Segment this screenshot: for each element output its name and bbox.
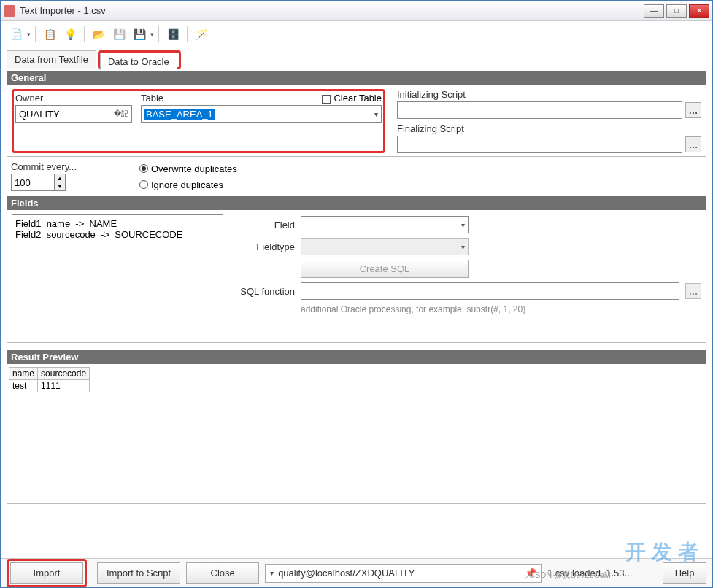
init-script-label: Initializing Script <box>397 89 701 100</box>
close-button[interactable]: Close <box>186 562 259 584</box>
table-combo[interactable]: BASE_AREA_1 ▾ <box>141 105 382 123</box>
import-script-button[interactable]: Import to Script <box>97 562 180 584</box>
save-as-icon[interactable]: 💾 <box>131 26 147 42</box>
init-script-input[interactable] <box>397 101 682 119</box>
table-row: test1111 <box>9 380 90 392</box>
sqlfn-input[interactable] <box>301 282 679 300</box>
pin-icon[interactable]: 📌 <box>525 568 536 579</box>
preview-area: namesourcecode test1111 <box>7 365 706 504</box>
field-combo[interactable]: ▾ <box>301 216 469 233</box>
col-name: name <box>9 368 38 380</box>
field-label: Field <box>231 220 295 231</box>
sqlfn-hint: additional Oracle processing, for exampl… <box>301 304 701 314</box>
final-script-label: Finalizing Script <box>397 123 701 134</box>
final-script-input[interactable] <box>397 136 682 153</box>
col-sourcecode: sourcecode <box>38 368 90 380</box>
app-icon <box>4 5 15 17</box>
create-sql-button: Create SQL <box>301 260 469 278</box>
window-title: Text Importer - 1.csv <box>20 5 644 16</box>
preview-header: Result Preview <box>7 350 706 364</box>
toolbar: 📄▾ 📋 💡 📂 💾 💾▾ 🗄️ 🪄 <box>1 21 712 47</box>
connection-text: quality@localhost/ZXDQUALITY <box>278 568 525 579</box>
init-script-browse-button[interactable]: … <box>685 102 701 118</box>
general-header: General <box>7 71 706 85</box>
ignore-radio[interactable]: Ignore duplicates <box>139 177 237 192</box>
fields-header: Fields <box>7 196 706 210</box>
fieldtype-combo: ▾ <box>301 238 469 255</box>
preview-table: namesourcecode test1111 <box>9 367 90 392</box>
spin-down[interactable]: ▼ <box>55 182 65 190</box>
tab-textfile[interactable]: Data from Textfile <box>7 50 96 69</box>
open-icon[interactable]: 📂 <box>90 26 107 42</box>
new-icon[interactable]: 📄 <box>8 26 24 42</box>
owner-value: QUALITY <box>19 109 60 120</box>
chevron-down-icon: �記 <box>114 109 128 119</box>
bottombar: Import Import to Script Close ▾ quality@… <box>1 558 712 587</box>
save-icon[interactable]: 💾 <box>111 26 127 42</box>
sqlfn-label: SQL function <box>231 286 295 297</box>
titlebar: Text Importer - 1.csv — □ ✕ <box>1 1 712 21</box>
clear-table-checkbox[interactable]: Clear Table <box>322 93 382 104</box>
tab-oracle[interactable]: Data to Oracle <box>100 53 177 70</box>
status-text: 1.csv loaded, 1.53... <box>547 568 657 579</box>
owner-label: Owner <box>15 93 132 104</box>
tabs: Data from Textfile Data to Oracle <box>7 50 706 69</box>
sqlfn-browse-button: … <box>685 283 701 299</box>
chevron-down-icon: ▾ <box>374 110 378 118</box>
table-value: BASE_AREA_1 <box>144 109 215 120</box>
light-icon[interactable]: 💡 <box>62 26 78 42</box>
table-label: Table <box>141 93 163 104</box>
minimize-button[interactable]: — <box>644 4 664 18</box>
close-window-button[interactable]: ✕ <box>689 4 709 18</box>
fieldtype-label: Fieldtype <box>231 241 295 252</box>
commit-label: Commit every... <box>11 161 128 172</box>
spin-up[interactable]: ▲ <box>55 174 65 182</box>
commit-input[interactable]: 100 <box>11 174 55 191</box>
database-icon[interactable]: 🗄️ <box>165 26 181 42</box>
connection-combo[interactable]: ▾ quality@localhost/ZXDQUALITY 📌 <box>265 564 542 583</box>
owner-combo[interactable]: QUALITY �記 <box>15 105 132 123</box>
import-button[interactable]: Import <box>10 562 83 584</box>
paste-icon[interactable]: 📋 <box>42 26 58 42</box>
final-script-browse-button[interactable]: … <box>685 136 701 152</box>
fields-mapping-list[interactable]: Field1 name -> NAMEField2 sourcecode -> … <box>12 214 223 339</box>
overwrite-radio[interactable]: Overwrite duplicates <box>139 161 237 176</box>
help-button[interactable]: Help <box>663 562 706 584</box>
wand-icon[interactable]: 🪄 <box>193 26 209 42</box>
maximize-button[interactable]: □ <box>666 4 687 18</box>
